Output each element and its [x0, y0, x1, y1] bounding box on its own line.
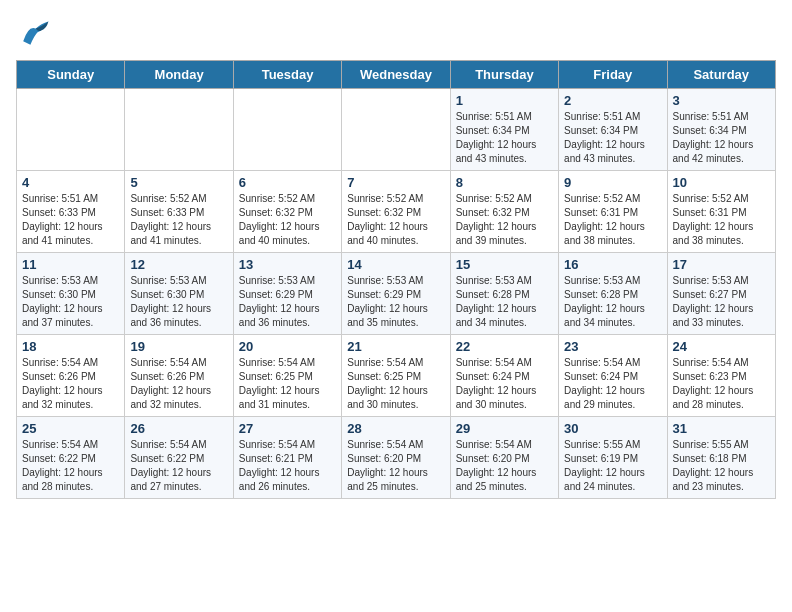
calendar-cell: 21Sunrise: 5:54 AM Sunset: 6:25 PM Dayli… — [342, 335, 450, 417]
day-header-monday: Monday — [125, 61, 233, 89]
day-number: 4 — [22, 175, 119, 190]
day-number: 27 — [239, 421, 336, 436]
calendar-cell: 20Sunrise: 5:54 AM Sunset: 6:25 PM Dayli… — [233, 335, 341, 417]
day-header-friday: Friday — [559, 61, 667, 89]
day-info: Sunrise: 5:52 AM Sunset: 6:32 PM Dayligh… — [456, 192, 553, 248]
day-number: 9 — [564, 175, 661, 190]
day-info: Sunrise: 5:54 AM Sunset: 6:20 PM Dayligh… — [456, 438, 553, 494]
calendar-cell — [233, 89, 341, 171]
day-info: Sunrise: 5:54 AM Sunset: 6:25 PM Dayligh… — [239, 356, 336, 412]
week-row-2: 4Sunrise: 5:51 AM Sunset: 6:33 PM Daylig… — [17, 171, 776, 253]
day-info: Sunrise: 5:54 AM Sunset: 6:24 PM Dayligh… — [564, 356, 661, 412]
logo-icon — [16, 16, 52, 52]
day-info: Sunrise: 5:53 AM Sunset: 6:29 PM Dayligh… — [347, 274, 444, 330]
day-number: 22 — [456, 339, 553, 354]
logo — [16, 16, 56, 52]
day-info: Sunrise: 5:53 AM Sunset: 6:27 PM Dayligh… — [673, 274, 770, 330]
day-number: 29 — [456, 421, 553, 436]
day-info: Sunrise: 5:55 AM Sunset: 6:18 PM Dayligh… — [673, 438, 770, 494]
week-row-1: 1Sunrise: 5:51 AM Sunset: 6:34 PM Daylig… — [17, 89, 776, 171]
calendar-cell: 19Sunrise: 5:54 AM Sunset: 6:26 PM Dayli… — [125, 335, 233, 417]
calendar-cell: 9Sunrise: 5:52 AM Sunset: 6:31 PM Daylig… — [559, 171, 667, 253]
day-info: Sunrise: 5:53 AM Sunset: 6:28 PM Dayligh… — [564, 274, 661, 330]
day-number: 19 — [130, 339, 227, 354]
calendar-cell: 11Sunrise: 5:53 AM Sunset: 6:30 PM Dayli… — [17, 253, 125, 335]
calendar-cell: 23Sunrise: 5:54 AM Sunset: 6:24 PM Dayli… — [559, 335, 667, 417]
day-number: 17 — [673, 257, 770, 272]
week-row-4: 18Sunrise: 5:54 AM Sunset: 6:26 PM Dayli… — [17, 335, 776, 417]
calendar-cell: 25Sunrise: 5:54 AM Sunset: 6:22 PM Dayli… — [17, 417, 125, 499]
day-header-sunday: Sunday — [17, 61, 125, 89]
day-info: Sunrise: 5:54 AM Sunset: 6:22 PM Dayligh… — [22, 438, 119, 494]
day-number: 7 — [347, 175, 444, 190]
calendar-cell: 17Sunrise: 5:53 AM Sunset: 6:27 PM Dayli… — [667, 253, 775, 335]
day-info: Sunrise: 5:55 AM Sunset: 6:19 PM Dayligh… — [564, 438, 661, 494]
day-number: 16 — [564, 257, 661, 272]
day-number: 21 — [347, 339, 444, 354]
day-info: Sunrise: 5:54 AM Sunset: 6:23 PM Dayligh… — [673, 356, 770, 412]
page-header — [16, 16, 776, 52]
calendar-cell: 24Sunrise: 5:54 AM Sunset: 6:23 PM Dayli… — [667, 335, 775, 417]
calendar-cell: 26Sunrise: 5:54 AM Sunset: 6:22 PM Dayli… — [125, 417, 233, 499]
calendar-cell — [17, 89, 125, 171]
calendar-cell: 1Sunrise: 5:51 AM Sunset: 6:34 PM Daylig… — [450, 89, 558, 171]
day-number: 11 — [22, 257, 119, 272]
day-info: Sunrise: 5:53 AM Sunset: 6:30 PM Dayligh… — [22, 274, 119, 330]
calendar-cell: 27Sunrise: 5:54 AM Sunset: 6:21 PM Dayli… — [233, 417, 341, 499]
day-info: Sunrise: 5:52 AM Sunset: 6:32 PM Dayligh… — [347, 192, 444, 248]
week-row-3: 11Sunrise: 5:53 AM Sunset: 6:30 PM Dayli… — [17, 253, 776, 335]
day-info: Sunrise: 5:54 AM Sunset: 6:21 PM Dayligh… — [239, 438, 336, 494]
calendar-cell: 12Sunrise: 5:53 AM Sunset: 6:30 PM Dayli… — [125, 253, 233, 335]
week-row-5: 25Sunrise: 5:54 AM Sunset: 6:22 PM Dayli… — [17, 417, 776, 499]
calendar-cell: 4Sunrise: 5:51 AM Sunset: 6:33 PM Daylig… — [17, 171, 125, 253]
calendar-cell: 5Sunrise: 5:52 AM Sunset: 6:33 PM Daylig… — [125, 171, 233, 253]
day-number: 6 — [239, 175, 336, 190]
day-number: 13 — [239, 257, 336, 272]
day-info: Sunrise: 5:51 AM Sunset: 6:34 PM Dayligh… — [564, 110, 661, 166]
day-number: 18 — [22, 339, 119, 354]
day-info: Sunrise: 5:54 AM Sunset: 6:26 PM Dayligh… — [22, 356, 119, 412]
calendar-cell: 3Sunrise: 5:51 AM Sunset: 6:34 PM Daylig… — [667, 89, 775, 171]
day-header-tuesday: Tuesday — [233, 61, 341, 89]
calendar-cell: 16Sunrise: 5:53 AM Sunset: 6:28 PM Dayli… — [559, 253, 667, 335]
day-info: Sunrise: 5:51 AM Sunset: 6:34 PM Dayligh… — [456, 110, 553, 166]
day-number: 15 — [456, 257, 553, 272]
day-info: Sunrise: 5:52 AM Sunset: 6:31 PM Dayligh… — [673, 192, 770, 248]
calendar-cell: 30Sunrise: 5:55 AM Sunset: 6:19 PM Dayli… — [559, 417, 667, 499]
day-info: Sunrise: 5:52 AM Sunset: 6:31 PM Dayligh… — [564, 192, 661, 248]
day-number: 25 — [22, 421, 119, 436]
calendar-cell — [125, 89, 233, 171]
day-number: 14 — [347, 257, 444, 272]
day-info: Sunrise: 5:54 AM Sunset: 6:26 PM Dayligh… — [130, 356, 227, 412]
day-number: 2 — [564, 93, 661, 108]
day-number: 10 — [673, 175, 770, 190]
day-number: 12 — [130, 257, 227, 272]
day-info: Sunrise: 5:54 AM Sunset: 6:20 PM Dayligh… — [347, 438, 444, 494]
calendar-cell: 14Sunrise: 5:53 AM Sunset: 6:29 PM Dayli… — [342, 253, 450, 335]
calendar-cell: 22Sunrise: 5:54 AM Sunset: 6:24 PM Dayli… — [450, 335, 558, 417]
day-info: Sunrise: 5:54 AM Sunset: 6:24 PM Dayligh… — [456, 356, 553, 412]
day-info: Sunrise: 5:52 AM Sunset: 6:33 PM Dayligh… — [130, 192, 227, 248]
day-number: 23 — [564, 339, 661, 354]
day-number: 31 — [673, 421, 770, 436]
days-header-row: SundayMondayTuesdayWednesdayThursdayFrid… — [17, 61, 776, 89]
calendar-cell: 13Sunrise: 5:53 AM Sunset: 6:29 PM Dayli… — [233, 253, 341, 335]
day-header-thursday: Thursday — [450, 61, 558, 89]
calendar-table: SundayMondayTuesdayWednesdayThursdayFrid… — [16, 60, 776, 499]
calendar-cell: 6Sunrise: 5:52 AM Sunset: 6:32 PM Daylig… — [233, 171, 341, 253]
calendar-cell: 18Sunrise: 5:54 AM Sunset: 6:26 PM Dayli… — [17, 335, 125, 417]
calendar-cell: 28Sunrise: 5:54 AM Sunset: 6:20 PM Dayli… — [342, 417, 450, 499]
day-header-saturday: Saturday — [667, 61, 775, 89]
day-info: Sunrise: 5:52 AM Sunset: 6:32 PM Dayligh… — [239, 192, 336, 248]
day-number: 5 — [130, 175, 227, 190]
day-header-wednesday: Wednesday — [342, 61, 450, 89]
calendar-cell: 15Sunrise: 5:53 AM Sunset: 6:28 PM Dayli… — [450, 253, 558, 335]
day-info: Sunrise: 5:53 AM Sunset: 6:30 PM Dayligh… — [130, 274, 227, 330]
day-number: 8 — [456, 175, 553, 190]
calendar-cell — [342, 89, 450, 171]
day-number: 28 — [347, 421, 444, 436]
calendar-cell: 31Sunrise: 5:55 AM Sunset: 6:18 PM Dayli… — [667, 417, 775, 499]
calendar-cell: 2Sunrise: 5:51 AM Sunset: 6:34 PM Daylig… — [559, 89, 667, 171]
calendar-cell: 10Sunrise: 5:52 AM Sunset: 6:31 PM Dayli… — [667, 171, 775, 253]
calendar-cell: 8Sunrise: 5:52 AM Sunset: 6:32 PM Daylig… — [450, 171, 558, 253]
